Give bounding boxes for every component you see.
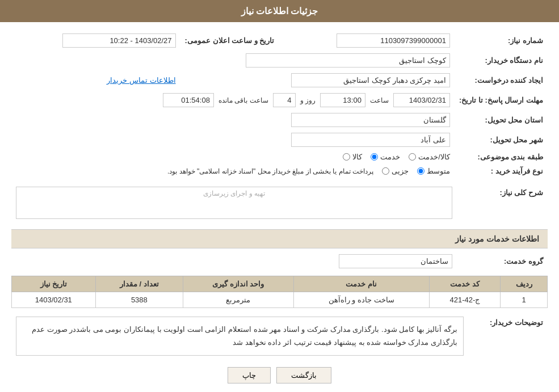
col-service-code: کد خدمت (429, 276, 501, 292)
buyer-notes-label: توضیحات خریدار: (468, 314, 548, 359)
need-number-field: 1103097399000001 (337, 33, 450, 48)
date-time-row: 1403/02/31 ساعت 13:00 روز و 4 ساعت باقی … (16, 93, 450, 107)
row-need-number: شماره نیاز: 1103097399000001 تاریخ و ساع… (11, 31, 548, 50)
back-button[interactable]: بازگشت (276, 367, 331, 383)
need-description-label: شرح کلی نیاز: (457, 184, 548, 224)
col-date: تاریخ نیاز (12, 276, 96, 292)
creator-value: امید چرکزی دهبار کوچک استاجیق (180, 70, 455, 90)
services-table-head: ردیف کد خدمت نام خدمت واحد اندازه گیری ت… (12, 276, 548, 292)
category-kala-label: کالا (352, 153, 362, 161)
row-delivery-province: استان محل تحویل: گلستان (11, 110, 548, 130)
category-khedmat-label: خدمت (380, 153, 400, 161)
buyer-station-field: کوچک استاجیق (246, 53, 450, 68)
need-number-label: شماره نیاز: (455, 31, 548, 50)
services-table-body: 1 ج-42-421 ساخت جاده و راه‌آهن مترمربع 5… (12, 292, 548, 308)
remain-label: ساعت باقی مانده (218, 96, 268, 104)
table-row: 1 ج-42-421 ساخت جاده و راه‌آهن مترمربع 5… (12, 292, 548, 308)
row-category: طبقه بندی موضوعی: کالا/خدمت خدمت (11, 150, 548, 164)
row-process-type: نوع فرآیند خرید : متوسط جزیی (11, 164, 548, 178)
need-description-table: شرح کلی نیاز: تهیه و اجرای زیرسازی (11, 184, 548, 224)
category-kala: کالا (343, 153, 362, 161)
process-options: متوسط جزیی پرداخت تمام یا بخشی از مبلغ خ… (11, 164, 455, 178)
service-group-field: ساختمان (339, 254, 452, 268)
main-form-table: شماره نیاز: 1103097399000001 تاریخ و ساع… (11, 31, 548, 178)
need-description-section: شرح کلی نیاز: تهیه و اجرای زیرسازی (11, 184, 548, 224)
category-kala-radio[interactable] (343, 153, 350, 161)
response-deadline-values: 1403/02/31 ساعت 13:00 روز و 4 ساعت باقی … (11, 90, 455, 110)
delivery-city-label: شهر محل تحویل: (455, 130, 548, 150)
response-time-field: 13:00 (320, 93, 365, 107)
category-kala-khedmat-radio[interactable] (409, 153, 416, 161)
need-number-value: 1103097399000001 (285, 31, 455, 50)
delivery-province-value: گلستان (11, 110, 455, 130)
service-group-table: گروه خدمت: ساختمان (11, 251, 548, 271)
main-content: شماره نیاز: 1103097399000001 تاریخ و ساع… (0, 22, 559, 392)
contact-link-cell: اطلاعات تماس خریدار (11, 70, 180, 90)
col-count: تعداد / مقدار (95, 276, 183, 292)
services-section-header: اطلاعات خدمات مورد نیاز (11, 229, 548, 248)
need-description-value: تهیه و اجرای زیرسازی (11, 184, 457, 224)
process-label: نوع فرآیند خرید : (455, 164, 548, 178)
creator-field: امید چرکزی دهبار کوچک استاجیق (291, 73, 450, 87)
service-group-label: گروه خدمت: (457, 251, 548, 271)
response-date-field: 1403/02/31 (393, 93, 450, 107)
category-khedmat-radio[interactable] (371, 153, 378, 161)
row-response-deadline: مهلت ارسال پاسخ: تا تاریخ: 1403/02/31 سا… (11, 90, 548, 110)
buyer-station-label: نام دستگاه خریدار: (455, 50, 548, 70)
creator-label: ایجاد کننده درخواست: (455, 70, 548, 90)
category-khedmat: خدمت (371, 153, 400, 161)
day-label: روز و (300, 96, 316, 104)
services-section-label: اطلاعات خدمات مورد نیاز (455, 234, 539, 243)
buyer-notes-row: توضیحات خریدار: برگه آنالیز بها کامل شود… (11, 314, 548, 359)
cell-unit: مترمربع (183, 292, 294, 308)
service-group-row: گروه خدمت: ساختمان (11, 251, 548, 271)
response-remain-field: 01:54:08 (163, 93, 214, 107)
category-options: کالا/خدمت خدمت کالا (11, 150, 455, 164)
category-kala-khedmat-label: کالا/خدمت (418, 153, 450, 161)
services-table: ردیف کد خدمت نام خدمت واحد اندازه گیری ت… (11, 276, 548, 308)
cell-service-code: ج-42-421 (429, 292, 501, 308)
row-delivery-city: شهر محل تحویل: علی آباد (11, 130, 548, 150)
row-creator: ایجاد کننده درخواست: امید چرکزی دهبار کو… (11, 70, 548, 90)
service-group-value: ساختمان (11, 251, 457, 271)
category-kala-khedmat: کالا/خدمت (409, 153, 450, 161)
process-radio-group: متوسط جزیی (382, 167, 450, 175)
process-jozvi-radio[interactable] (382, 167, 389, 175)
category-label: طبقه بندی موضوعی: (455, 150, 548, 164)
buyer-notes-value: برگه آنالیز بها کامل شود. بارگذاری مدارک… (11, 314, 468, 359)
delivery-city-field: علی آباد (291, 133, 450, 147)
col-row-num: ردیف (501, 276, 548, 292)
process-jozvi: جزیی (382, 167, 409, 175)
need-description-textarea[interactable] (16, 187, 452, 219)
buyer-notes-box: برگه آنالیز بها کامل شود. بارگذاری مدارک… (16, 317, 464, 356)
process-row: متوسط جزیی پرداخت تمام یا بخشی از مبلغ خ… (16, 167, 450, 175)
page-wrapper: جزئیات اطلاعات نیاز شماره نیاز: 11030973… (0, 0, 559, 392)
delivery-province-label: استان محل تحویل: (455, 110, 548, 130)
page-header: جزئیات اطلاعات نیاز (0, 0, 559, 22)
cell-count: 5388 (95, 292, 183, 308)
announce-value: 1403/02/27 - 10:22 (11, 31, 180, 50)
need-description-row: شرح کلی نیاز: تهیه و اجرای زیرسازی (11, 184, 548, 224)
buyer-station-value: کوچک استاجیق (11, 50, 455, 70)
buyer-notes-text: برگه آنالیز بها کامل شود. بارگذاری مدارک… (32, 325, 457, 347)
page-title: جزئیات اطلاعات نیاز (241, 6, 318, 16)
process-motavasset: متوسط (417, 167, 450, 175)
button-row: بازگشت چاپ (11, 367, 548, 383)
print-button[interactable]: چاپ (228, 367, 271, 383)
col-unit: واحد اندازه گیری (183, 276, 294, 292)
process-jozvi-label: جزیی (392, 167, 409, 175)
category-radio-group: کالا/خدمت خدمت کالا (343, 153, 450, 161)
response-deadline-label: مهلت ارسال پاسخ: تا تاریخ: (455, 90, 548, 110)
process-description: پرداخت تمام یا بخشی از مبلغ خریداز محل "… (167, 167, 373, 175)
cell-row-num: 1 (501, 292, 548, 308)
cell-service-name: ساخت جاده و راه‌آهن (293, 292, 429, 308)
services-table-header-row: ردیف کد خدمت نام خدمت واحد اندازه گیری ت… (12, 276, 548, 292)
announce-field: 1403/02/27 - 10:22 (62, 33, 176, 48)
process-motavasset-radio[interactable] (417, 167, 424, 175)
response-days-field: 4 (273, 93, 296, 107)
contact-link[interactable]: اطلاعات تماس خریدار (107, 76, 175, 85)
announce-label: تاریخ و ساعت اعلان عمومی: (180, 31, 286, 50)
delivery-city-value: علی آباد (11, 130, 455, 150)
row-buyer-station: نام دستگاه خریدار: کوچک استاجیق (11, 50, 548, 70)
buyer-notes-table: توضیحات خریدار: برگه آنالیز بها کامل شود… (11, 314, 548, 359)
